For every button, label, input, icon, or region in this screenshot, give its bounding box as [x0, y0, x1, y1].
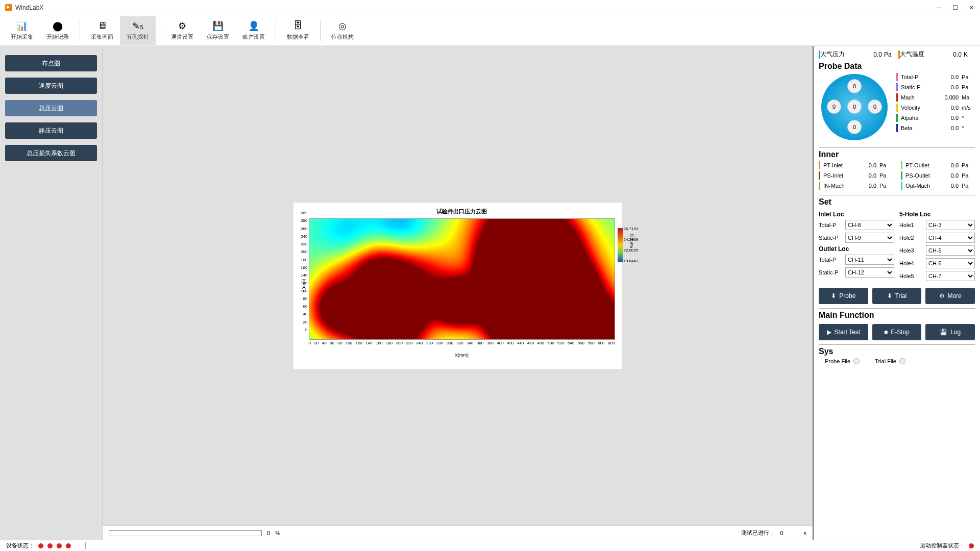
- tool-label: 位移机构: [331, 33, 354, 41]
- probe-item-label: Velocity: [901, 105, 935, 111]
- tool-2[interactable]: 🖥采集画面: [84, 16, 120, 45]
- fivehole-select-3[interactable]: CH-6: [926, 258, 975, 268]
- inner-label: Out-Mach: [905, 183, 935, 189]
- inner-unit: Pa: [879, 183, 893, 189]
- probe-item-label: Total-P: [901, 74, 935, 80]
- right-panel: 大气压力 0.0 Pa 大气温度 0.0 K Probe Data 0 0 0 …: [813, 46, 980, 540]
- inner-value: 0.0: [856, 183, 876, 189]
- sidebar-item-3[interactable]: 静压云图: [5, 122, 97, 139]
- marker-icon: [896, 73, 898, 81]
- sidebar-item-1[interactable]: 速度云图: [5, 78, 97, 94]
- tool-label: 开始采集: [11, 33, 33, 41]
- titlebar: WindLabX ─ ☐ ✕: [0, 0, 980, 15]
- inlet-select-0[interactable]: CH-8: [845, 220, 894, 230]
- trial-button[interactable]: ⬇Trial: [872, 288, 922, 304]
- trial-file-label: Trial File: [875, 358, 896, 364]
- sidebar-item-0[interactable]: 布点图: [5, 55, 97, 71]
- marker-icon: [819, 171, 820, 180]
- status-dot-icon: [57, 543, 62, 548]
- outlet-loc-title: Outlet Loc: [819, 245, 894, 253]
- more-button[interactable]: ⚙More: [925, 288, 975, 304]
- sidebar-item-4[interactable]: 总压损失系数云图: [5, 145, 97, 161]
- probe-item-unit: m/s: [962, 105, 975, 111]
- inlet-select-1[interactable]: CH-9: [845, 233, 894, 243]
- heatmap[interactable]: 26.719324.360922.002519.6441 压力/Pa: [309, 218, 615, 340]
- tool-label: 保存设置: [207, 33, 229, 41]
- env-pressure-unit: Pa: [884, 51, 895, 58]
- download-icon: ⬇: [831, 292, 836, 299]
- inner-unit: Pa: [962, 162, 975, 168]
- tool-5[interactable]: 💾保存设置: [200, 16, 236, 45]
- start-test-button[interactable]: ▶Start Test: [819, 324, 868, 340]
- status-dot-icon: [66, 543, 71, 548]
- elapsed-value: 0: [780, 530, 783, 536]
- env-temp-value: 0.0: [941, 51, 962, 58]
- elapsed-label: 测试已进行：: [741, 529, 775, 537]
- progress-bar: [109, 530, 262, 536]
- marker-icon: [901, 161, 902, 169]
- center-panel: 试验件出口压力云图 Y(mm) 289280260240220200180160…: [102, 46, 813, 540]
- tool-label: 采集画面: [91, 33, 113, 41]
- minimize-button[interactable]: ─: [935, 4, 942, 11]
- log-button[interactable]: 💾Log: [925, 324, 975, 340]
- colorbar-label: 压力/Pa: [629, 234, 634, 248]
- inner-label: PS-Inlet: [823, 172, 853, 179]
- tool-label: 数据查看: [287, 33, 309, 41]
- plot-yticks: 2892802602402202001801601401201008060402…: [301, 211, 308, 332]
- inner-label: PT-Inlet: [823, 162, 853, 168]
- section-set-title: Set: [819, 195, 975, 207]
- tool-0[interactable]: 📊开始采集: [4, 16, 40, 45]
- sidebar-item-2[interactable]: 总压云图: [5, 100, 97, 116]
- fivehole-select-2[interactable]: CH-5: [926, 245, 975, 256]
- tool-icon: ◎: [337, 20, 348, 32]
- inner-label: PS-Outlet: [905, 172, 935, 179]
- probe-button[interactable]: ⬇Probe: [819, 288, 868, 304]
- probe-item-label: Static-P: [901, 84, 935, 90]
- probe-item-label: Beta: [901, 125, 935, 131]
- inner-value: 0.0: [856, 162, 876, 168]
- statusbar: 设备状态： 运动控制器状态：: [0, 540, 980, 551]
- outlet-select-1[interactable]: CH-12: [845, 267, 894, 278]
- estop-button[interactable]: ■E-Stop: [872, 324, 922, 340]
- inner-unit: Pa: [879, 162, 893, 168]
- inner-value: 0.0: [938, 162, 959, 168]
- probe-item-value: 0.0: [938, 74, 959, 80]
- progress-pct: 0: [267, 530, 270, 536]
- plot-xticks: 0204060801001201401601802002202402602803…: [309, 341, 615, 345]
- outlet-select-0[interactable]: CH-11: [845, 255, 894, 265]
- device-status-label: 设备状态：: [6, 542, 34, 549]
- tool-4[interactable]: ⚙通道设置: [164, 16, 200, 45]
- progress-pct-unit: %: [275, 530, 280, 536]
- probe-item-unit: Pa: [962, 84, 975, 90]
- tool-icon: ✎₅: [132, 20, 143, 32]
- tool-label: 账户设置: [242, 33, 265, 41]
- outlet-label-1: Static-P: [819, 269, 843, 276]
- colorbar-gradient-icon: [618, 228, 623, 262]
- tool-6[interactable]: 👤账户设置: [236, 16, 272, 45]
- tool-icon: ⬤: [52, 20, 63, 32]
- fivehole-select-4[interactable]: CH-7: [926, 271, 975, 281]
- app-logo-icon: [5, 4, 12, 11]
- maximize-button[interactable]: ☐: [951, 4, 959, 11]
- fivehole-select-1[interactable]: CH-4: [926, 233, 975, 243]
- inlet-label-1: Static-P: [819, 235, 843, 241]
- colorbar: 26.719324.360922.002519.6441 压力/Pa: [618, 228, 638, 262]
- tool-3[interactable]: ✎₅五孔探针: [120, 16, 156, 45]
- tool-7[interactable]: 🗄数据查看: [280, 16, 316, 45]
- tool-icon: 💾: [212, 20, 224, 32]
- marker-icon: [896, 83, 898, 91]
- section-inner-title: Inner: [819, 147, 975, 159]
- inner-label: PT-Outlet: [905, 162, 935, 168]
- close-button[interactable]: ✕: [968, 4, 975, 11]
- tool-8[interactable]: ◎位移机构: [325, 16, 360, 45]
- probe-file-indicator: [853, 358, 860, 364]
- tool-1[interactable]: ⬤开始记录: [40, 16, 76, 45]
- tool-label: 通道设置: [171, 33, 193, 41]
- tool-label: 开始记录: [46, 33, 69, 41]
- hole-3: 0: [847, 99, 862, 114]
- tool-icon: 📊: [16, 20, 28, 32]
- probe-diagram: 0 0 0 0 0: [819, 73, 890, 144]
- fivehole-select-0[interactable]: CH-3: [926, 220, 975, 230]
- env-temp-unit: K: [964, 51, 975, 58]
- hole-2: 0: [827, 99, 841, 114]
